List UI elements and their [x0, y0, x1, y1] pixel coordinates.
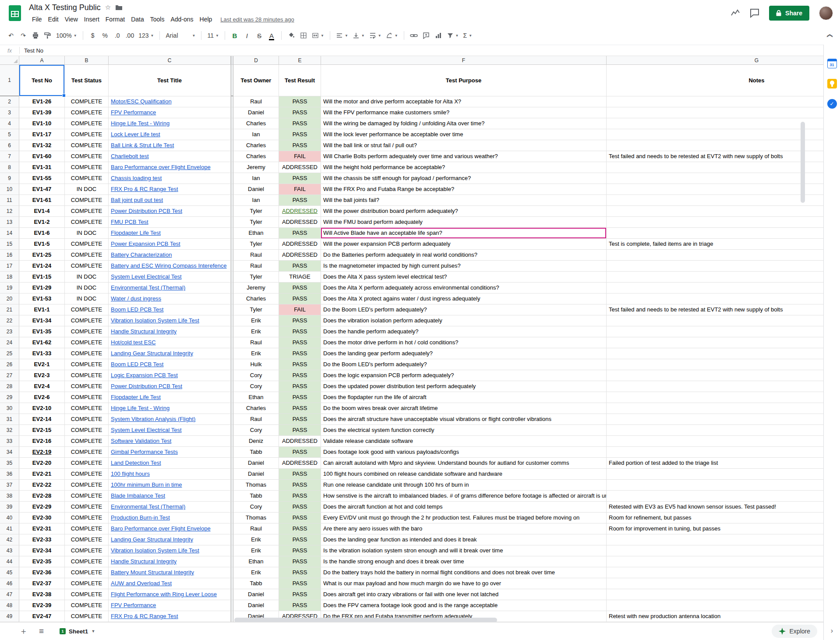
cell-E2[interactable]: PASS [279, 96, 321, 107]
cell-E39[interactable]: PASS [279, 502, 321, 513]
cell-D15[interactable]: Tyler [233, 239, 279, 250]
cell-G45[interactable] [607, 567, 823, 578]
header-cell-D1[interactable]: Test Owner [233, 65, 279, 96]
cell-G5[interactable] [607, 129, 823, 140]
cell-A48[interactable]: EV2-39 [19, 600, 65, 611]
cell-F35[interactable]: Can aircraft autoland with Mpro and skyv… [321, 458, 607, 469]
cell-F19[interactable]: Does the Alta X perform adequately acros… [321, 283, 607, 293]
cell-G18[interactable] [607, 272, 823, 283]
cell-A39[interactable]: EV2-29 [19, 502, 65, 513]
cell-F25[interactable]: Does the landing gear perform adequately… [321, 348, 607, 359]
cell-D43[interactable]: Erik [233, 545, 279, 556]
cell-E48[interactable]: PASS [279, 600, 321, 611]
cell-D20[interactable]: Charles [233, 293, 279, 304]
vertical-scrollbar-thumb[interactable] [801, 122, 805, 203]
cell-F13[interactable]: Will the FMU board perform adequately [321, 217, 607, 228]
cell-C26[interactable]: Boom LED PCB Test [109, 359, 231, 370]
cell-E6[interactable]: PASS [279, 140, 321, 151]
cell-A47[interactable]: EV2-38 [19, 589, 65, 600]
cell-B22[interactable]: COMPLETE [65, 315, 109, 326]
cell-A41[interactable]: EV2-31 [19, 523, 65, 534]
cell-D24[interactable]: Raul [233, 337, 279, 348]
cell-B46[interactable]: COMPLETE [65, 578, 109, 589]
cell-G42[interactable] [607, 534, 823, 545]
cell-G30[interactable] [607, 403, 823, 414]
cell-B31[interactable]: COMPLETE [65, 414, 109, 425]
insert-chart-button[interactable] [433, 29, 444, 42]
cell-D44[interactable]: Ethan [233, 556, 279, 567]
cell-D23[interactable]: Erik [233, 326, 279, 337]
row-header-44[interactable]: 44 [0, 556, 19, 567]
cell-G19[interactable] [607, 283, 823, 293]
row-header-28[interactable]: 28 [0, 381, 19, 392]
cell-E19[interactable]: PASS [279, 283, 321, 293]
format-percent-button[interactable]: % [99, 29, 111, 42]
cell-A25[interactable]: EV1-33 [19, 348, 65, 359]
vertical-scrollbar[interactable] [801, 122, 805, 622]
cell-C3[interactable]: FPV Performance [109, 107, 231, 118]
sheets-logo-icon[interactable] [6, 4, 24, 22]
cell-C30[interactable]: Hinge Life Test - Wiring [109, 403, 231, 414]
header-cell-E1[interactable]: Test Result [279, 65, 321, 96]
cell-B12[interactable]: COMPLETE [65, 206, 109, 217]
cell-A8[interactable]: EV1-31 [19, 162, 65, 173]
cell-E23[interactable]: PASS [279, 326, 321, 337]
cell-C5[interactable]: Lock Lever Life test [109, 129, 231, 140]
cell-E34[interactable]: PASS [279, 447, 321, 458]
cell-G15[interactable]: Test is complete, failed items are in tr… [607, 239, 823, 250]
cell-F17[interactable]: Is the magnetometer impacted by high cur… [321, 261, 607, 272]
cell-D8[interactable]: Jeremy [233, 162, 279, 173]
bold-button[interactable]: B [229, 29, 240, 42]
row-header-35[interactable]: 35 [0, 458, 19, 469]
cell-E40[interactable]: PASS [279, 513, 321, 523]
cell-C16[interactable]: Battery Characterization [109, 250, 231, 261]
cell-D40[interactable]: Thomas [233, 513, 279, 523]
cell-F33[interactable]: Validate release candidate software [321, 436, 607, 447]
cell-D18[interactable]: Tyler [233, 272, 279, 283]
cell-G31[interactable] [607, 414, 823, 425]
last-edit-link[interactable]: Last edit was 28 minutes ago [220, 16, 294, 23]
number-format-button[interactable]: 123▼ [137, 29, 155, 42]
row-header-6[interactable]: 6 [0, 140, 19, 151]
menu-data[interactable]: Data [128, 15, 147, 24]
header-cell-B1[interactable]: Test Status [65, 65, 109, 96]
cell-A28[interactable]: EV2-4 [19, 381, 65, 392]
cell-B29[interactable]: COMPLETE [65, 392, 109, 403]
cell-A2[interactable]: EV1-26 [19, 96, 65, 107]
cell-G43[interactable] [607, 545, 823, 556]
cell-G44[interactable] [607, 556, 823, 567]
cell-A26[interactable]: EV2-1 [19, 359, 65, 370]
cell-E4[interactable]: PASS [279, 118, 321, 129]
cell-A4[interactable]: EV1-10 [19, 118, 65, 129]
cell-G8[interactable] [607, 162, 823, 173]
insert-comment-button[interactable] [420, 29, 432, 42]
cell-B16[interactable]: COMPLETE [65, 250, 109, 261]
cell-A33[interactable]: EV2-16 [19, 436, 65, 447]
cell-C13[interactable]: FMU PCB Test [109, 217, 231, 228]
cell-A18[interactable]: EV1-15 [19, 272, 65, 283]
keep-icon[interactable] [827, 79, 837, 88]
cell-A6[interactable]: EV1-32 [19, 140, 65, 151]
font-size-select[interactable]: 11▼ [205, 29, 220, 42]
cell-C36[interactable]: 100 flight hours [109, 469, 231, 480]
cell-B28[interactable]: COMPLETE [65, 381, 109, 392]
cell-C9[interactable]: Chassis loading test [109, 173, 231, 184]
cell-A34[interactable]: EV2-19 [19, 447, 65, 458]
cell-A29[interactable]: EV2-6 [19, 392, 65, 403]
cell-D28[interactable]: Cory [233, 381, 279, 392]
cell-F45[interactable]: Do the battery trays hold the battery in… [321, 567, 607, 578]
cell-B44[interactable]: COMPLETE [65, 556, 109, 567]
cell-A35[interactable]: EV2-20 [19, 458, 65, 469]
cell-C35[interactable]: Land Detection Test [109, 458, 231, 469]
cell-E12[interactable]: ADDRESSED [279, 206, 321, 217]
row-header-10[interactable]: 10 [0, 184, 19, 195]
cell-F7[interactable]: Will Charlie Bolts perform adequately ov… [321, 151, 607, 162]
cell-B42[interactable]: COMPLETE [65, 534, 109, 545]
cell-C29[interactable]: Flopdapter Life Test [109, 392, 231, 403]
cell-G35[interactable]: Failed portion of test added to the tria… [607, 458, 823, 469]
cell-D2[interactable]: Raul [233, 96, 279, 107]
cell-E31[interactable]: PASS [279, 414, 321, 425]
cell-C45[interactable]: Battery Mount Structural Integrity [109, 567, 231, 578]
cell-F16[interactable]: Do the Batteries perform adequately in r… [321, 250, 607, 261]
cell-C4[interactable]: Hinge Life Test - Wiring [109, 118, 231, 129]
